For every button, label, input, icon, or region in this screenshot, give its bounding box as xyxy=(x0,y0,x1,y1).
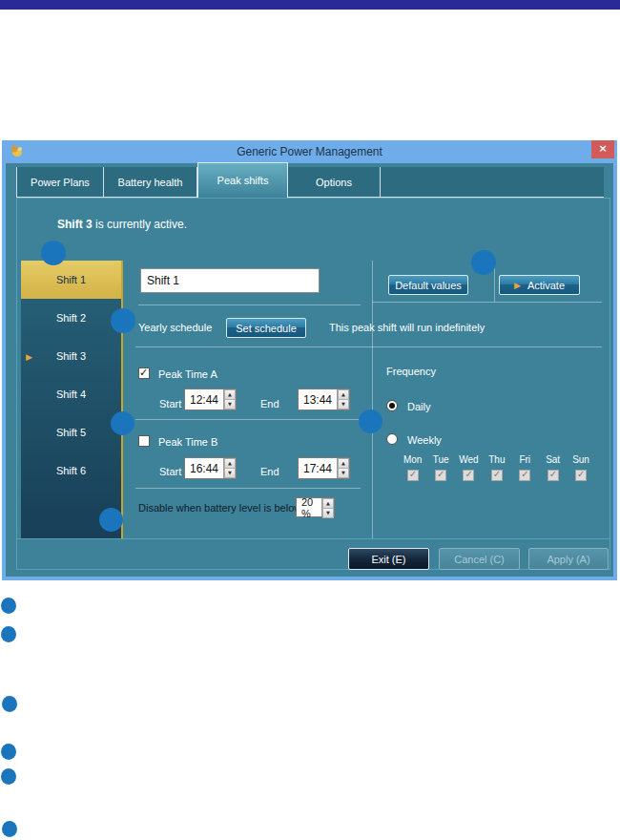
daily-radio[interactable] xyxy=(386,400,398,411)
tab-peak-shifts[interactable]: Peak shifts xyxy=(197,162,288,198)
start-label: Start xyxy=(159,466,181,477)
shift-list: Shift 1 Shift 2 Shift 3 Shift 4 Shift 5 xyxy=(21,261,123,538)
shift-list-item-5[interactable]: Shift 5 xyxy=(21,413,121,452)
shift-item-label: Shift 3 xyxy=(56,350,86,362)
weekday-wed: Wed xyxy=(455,454,483,481)
spin-down-icon[interactable] xyxy=(224,468,236,478)
callout-marker-5 xyxy=(359,410,382,433)
spin-down-icon[interactable] xyxy=(338,468,349,478)
shift-item-label: Shift 2 xyxy=(56,312,86,324)
weekday-sat-checkbox[interactable] xyxy=(548,470,559,481)
divider xyxy=(372,302,602,303)
weekly-radio[interactable] xyxy=(386,433,398,445)
shift-item-label: Shift 6 xyxy=(56,465,86,476)
status-text: is currently active. xyxy=(93,218,187,231)
active-shift-name: Shift 3 xyxy=(57,218,93,231)
indefinite-note: This peak shift will run indefinitely xyxy=(329,322,485,333)
weekday-wed-checkbox[interactable] xyxy=(463,470,474,481)
app-window: Generic Power Management × Power Plans B… xyxy=(2,140,617,580)
shift-list-item-1[interactable]: Shift 1 xyxy=(21,261,121,299)
weekday-checkbox-row: Mon Tue Wed Thu Fri Sat Sun xyxy=(399,454,595,481)
divider xyxy=(135,346,602,347)
spin-down-icon[interactable] xyxy=(322,508,334,518)
set-schedule-button[interactable]: Set schedule xyxy=(226,318,306,338)
tab-power-plans[interactable]: Power Plans xyxy=(16,167,104,197)
weekday-label: Sun xyxy=(572,454,589,465)
title-bar[interactable]: Generic Power Management × xyxy=(2,140,617,163)
weekday-mon: Mon xyxy=(399,454,426,481)
spin-up-icon[interactable] xyxy=(224,389,236,399)
default-values-button[interactable]: Default values xyxy=(388,275,468,295)
shift-list-item-4[interactable]: Shift 4 xyxy=(21,375,121,413)
peak-time-b-label: Peak Time B xyxy=(158,436,217,448)
spin-up-icon[interactable] xyxy=(338,389,349,399)
weekday-mon-checkbox[interactable] xyxy=(407,470,419,481)
peak-b-end-value[interactable]: 17:44 xyxy=(299,458,337,478)
weekday-thu-checkbox[interactable] xyxy=(491,470,503,481)
peak-b-start-value[interactable]: 16:44 xyxy=(185,458,223,478)
peak-time-a-checkbox[interactable] xyxy=(138,368,150,379)
weekday-sat: Sat xyxy=(539,454,567,481)
peak-a-end-value[interactable]: 13:44 xyxy=(299,389,337,410)
shift-name-input[interactable] xyxy=(140,268,320,293)
spin-up-icon[interactable] xyxy=(224,458,236,468)
weekday-label: Thu xyxy=(488,454,505,465)
peak-a-end-spinner[interactable]: 13:44 xyxy=(298,388,350,410)
weekday-label: Mon xyxy=(403,454,422,465)
divider xyxy=(135,488,361,489)
end-label: End xyxy=(260,466,279,477)
active-shift-status: Shift 3 is currently active. xyxy=(57,218,187,231)
peak-a-start-spinner[interactable]: 12:44 xyxy=(184,388,237,410)
activate-button[interactable]: Activate xyxy=(499,275,580,295)
shift-list-item-3[interactable]: Shift 3 xyxy=(21,337,121,375)
battery-threshold-spinner[interactable]: 20 % xyxy=(296,497,335,517)
tab-battery-health[interactable]: Battery health xyxy=(104,167,197,197)
shift-editor: Default values Activate Yearly schedule … xyxy=(124,261,610,538)
weekly-label: Weekly xyxy=(407,434,442,446)
weekday-label: Wed xyxy=(459,454,478,465)
peak-b-end-spinner[interactable]: 17:44 xyxy=(298,457,350,479)
page-bullet-6 xyxy=(2,821,17,837)
weekday-sun-checkbox[interactable] xyxy=(575,470,587,481)
spin-down-icon[interactable] xyxy=(224,399,236,410)
exit-button[interactable]: Exit (E) xyxy=(348,548,429,570)
weekday-tue-checkbox[interactable] xyxy=(435,470,446,481)
spin-up-icon[interactable] xyxy=(322,498,334,508)
tab-bar: Power Plans Battery health Peak shifts O… xyxy=(16,167,604,198)
page-top-rule xyxy=(0,0,620,10)
callout-marker-4 xyxy=(111,411,134,435)
spin-down-icon[interactable] xyxy=(338,399,349,410)
page: Generic Power Management × Power Plans B… xyxy=(0,0,620,840)
divider xyxy=(135,419,361,420)
weekday-sun: Sun xyxy=(567,454,594,481)
start-label: Start xyxy=(159,398,181,410)
weekday-fri-checkbox[interactable] xyxy=(519,470,530,481)
peak-time-b-checkbox[interactable] xyxy=(138,435,150,447)
tab-options[interactable]: Options xyxy=(288,167,381,197)
spin-up-icon[interactable] xyxy=(338,458,349,468)
shift-item-label: Shift 1 xyxy=(56,274,86,285)
cancel-button[interactable]: Cancel (C) xyxy=(439,548,520,570)
weekday-label: Sat xyxy=(546,454,560,465)
window-body: Power Plans Battery health Peak shifts O… xyxy=(2,163,617,580)
page-bullet-4 xyxy=(1,744,16,760)
page-bullet-3 xyxy=(2,696,17,712)
frequency-title: Frequency xyxy=(386,366,436,377)
peak-a-start-value[interactable]: 12:44 xyxy=(185,389,223,410)
shift-list-item-2[interactable]: Shift 2 xyxy=(21,299,121,337)
callout-marker-6 xyxy=(99,508,123,532)
weekday-label: Fri xyxy=(519,454,530,465)
weekday-label: Tue xyxy=(433,454,449,465)
page-bullet-2 xyxy=(1,626,16,642)
battery-threshold-value[interactable]: 20 % xyxy=(297,498,321,516)
window-title: Generic Power Management xyxy=(2,145,617,158)
page-bullet-5 xyxy=(1,768,16,785)
page-bullet-1 xyxy=(1,598,16,614)
callout-marker-1 xyxy=(41,241,66,265)
yearly-schedule-label: Yearly schedule xyxy=(138,322,212,333)
shift-list-item-6[interactable]: Shift 6 xyxy=(21,452,121,490)
daily-label: Daily xyxy=(407,401,430,412)
apply-button[interactable]: Apply (A) xyxy=(528,548,609,570)
close-icon[interactable]: × xyxy=(591,140,614,158)
peak-b-start-spinner[interactable]: 16:44 xyxy=(184,457,237,479)
